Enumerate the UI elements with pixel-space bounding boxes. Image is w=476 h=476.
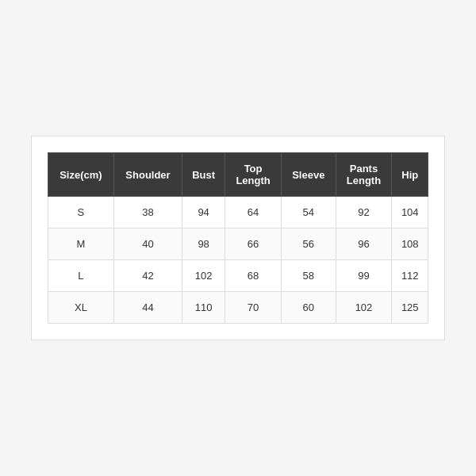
size-chart-table: Size(cm)ShoulderBustTopLengthSleevePants…	[48, 152, 428, 324]
header-top_length: TopLength	[225, 153, 282, 197]
header-pants_length: PantsLength	[336, 153, 392, 197]
cell-bust: 110	[182, 292, 225, 324]
cell-hip: 125	[392, 292, 428, 324]
table-header-row: Size(cm)ShoulderBustTopLengthSleevePants…	[48, 153, 428, 197]
cell-bust: 94	[182, 197, 225, 228]
cell-bust: 102	[182, 260, 225, 292]
cell-shoulder: 38	[113, 197, 182, 228]
header-size: Size(cm)	[48, 153, 114, 197]
cell-pants_length: 92	[336, 197, 392, 228]
header-hip: Hip	[392, 153, 428, 197]
cell-hip: 104	[392, 197, 428, 228]
size-chart-container: Size(cm)ShoulderBustTopLengthSleevePants…	[31, 136, 445, 340]
table-body: S3894645492104M4098665696108L42102685899…	[48, 197, 428, 324]
cell-sleeve: 56	[282, 228, 336, 260]
cell-pants_length: 99	[336, 260, 392, 292]
cell-top_length: 68	[225, 260, 282, 292]
cell-sleeve: 60	[282, 292, 336, 324]
cell-sleeve: 54	[282, 197, 336, 228]
cell-shoulder: 40	[113, 228, 182, 260]
header-bust: Bust	[182, 153, 225, 197]
cell-hip: 108	[392, 228, 428, 260]
cell-hip: 112	[392, 260, 428, 292]
cell-size: M	[48, 228, 114, 260]
cell-size: S	[48, 197, 114, 228]
table-row: S3894645492104	[48, 197, 428, 228]
cell-sleeve: 58	[282, 260, 336, 292]
cell-bust: 98	[182, 228, 225, 260]
cell-pants_length: 102	[336, 292, 392, 324]
header-sleeve: Sleeve	[282, 153, 336, 197]
table-row: M4098665696108	[48, 228, 428, 260]
cell-top_length: 70	[225, 292, 282, 324]
cell-top_length: 66	[225, 228, 282, 260]
cell-shoulder: 42	[113, 260, 182, 292]
cell-size: XL	[48, 292, 114, 324]
table-row: XL441107060102125	[48, 292, 428, 324]
header-shoulder: Shoulder	[113, 153, 182, 197]
cell-size: L	[48, 260, 114, 292]
cell-top_length: 64	[225, 197, 282, 228]
cell-shoulder: 44	[113, 292, 182, 324]
table-row: L42102685899112	[48, 260, 428, 292]
cell-pants_length: 96	[336, 228, 392, 260]
